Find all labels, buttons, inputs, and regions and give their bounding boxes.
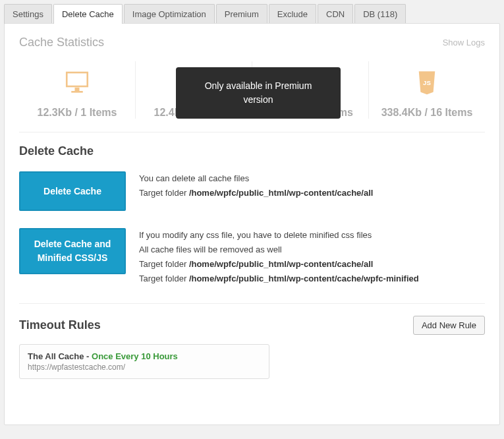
tab-image-optimization[interactable]: Image Optimization [124, 4, 215, 24]
timeout-rules-title: Timeout Rules [19, 318, 101, 332]
stat-desktop-label: 12.3Kb / 1 Items [23, 107, 131, 119]
delete-cache-title: Delete Cache [19, 144, 485, 158]
js-icon: JS [413, 68, 441, 98]
target-folder-label: Target folder [139, 188, 189, 198]
target-folder-label: Target folder [139, 274, 189, 283]
tab-exclude[interactable]: Exclude [269, 4, 316, 24]
stat-js: JS 338.4Kb / 16 Items [369, 61, 485, 119]
tab-settings[interactable]: Settings [4, 4, 52, 24]
timeout-rule-url: https://wpfastestcache.com/ [28, 363, 261, 372]
tab-delete-cache[interactable]: Delete Cache [53, 4, 123, 24]
divider [19, 303, 485, 304]
stats-title: Cache Statistics [19, 36, 104, 49]
add-new-rule-button[interactable]: Add New Rule [413, 316, 485, 335]
desc2-line2: All cache files will be removed as well [139, 243, 419, 257]
desktop-icon [63, 68, 91, 98]
target-folder-label: Target folder [139, 259, 189, 269]
tab-db[interactable]: DB (118) [354, 4, 406, 24]
premium-tooltip: Only available in Premium version [176, 67, 341, 119]
stat-js-label: 338.4Kb / 16 Items [373, 107, 481, 119]
desc2-line1: If you modify any css file, you have to … [139, 228, 419, 243]
target-folder-path: /home/wpfc/public_html/wp-content/cache/… [189, 188, 374, 198]
timeout-rule-title: The All Cache - Once Every 10 Hours [28, 351, 261, 361]
divider [19, 132, 485, 132]
svg-rect-2 [71, 91, 83, 93]
timeout-rule-item[interactable]: The All Cache - Once Every 10 Hours http… [19, 344, 269, 379]
tab-cdn[interactable]: CDN [318, 4, 353, 24]
svg-rect-1 [75, 88, 80, 91]
tab-panel: Only available in Premium version Cache … [4, 23, 500, 425]
delete-cache-button[interactable]: Delete Cache [19, 171, 126, 211]
delete-cache-minified-desc: If you modify any css file, you have to … [139, 228, 419, 286]
delete-cache-desc: You can delete all cache files Target fo… [139, 171, 373, 200]
stat-desktop: 12.3Kb / 1 Items [19, 61, 136, 119]
delete-cache-minified-button[interactable]: Delete Cache and Minified CSS/JS [19, 228, 126, 274]
tabs: Settings Delete Cache Image Optimization… [4, 4, 500, 24]
target-folder-path: /home/wpfc/public_html/wp-content/cache/… [189, 259, 374, 269]
show-logs-link[interactable]: Show Logs [443, 38, 485, 47]
delete-cache-desc-line1: You can delete all cache files [139, 171, 373, 186]
svg-rect-0 [67, 73, 88, 86]
target-folder-path: /home/wpfc/public_html/wp-content/cache/… [189, 274, 419, 283]
tab-premium[interactable]: Premium [216, 4, 267, 24]
svg-text:JS: JS [423, 79, 431, 86]
